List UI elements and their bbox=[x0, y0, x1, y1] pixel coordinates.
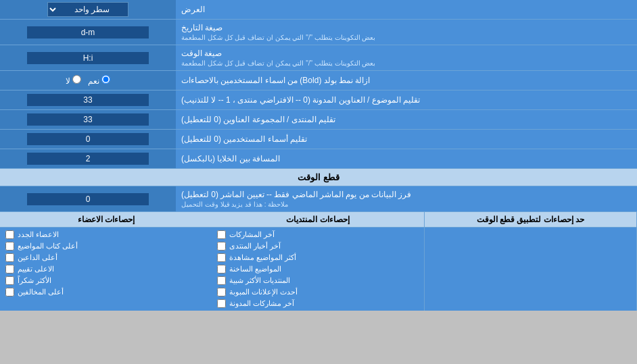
list-item: آخر أخبار المنتدى bbox=[212, 240, 423, 252]
list-item: آخر المشاركات bbox=[212, 229, 423, 240]
display-mode-label: العرض bbox=[176, 0, 637, 19]
date-format-label: صيغة التاريخ بعض التكوينات يتطلب "/" الت… bbox=[176, 20, 637, 45]
list-item: أعلى الداعين bbox=[0, 252, 212, 263]
trim-subject-field[interactable] bbox=[27, 94, 149, 106]
member-stats-col: الاعضاء الجدد أعلى كتاب المواضيع أعلى ال… bbox=[0, 228, 212, 311]
list-item: أعلى كتاب المواضيع bbox=[0, 240, 212, 252]
trim-subject-input-container bbox=[0, 90, 176, 109]
stats-limit-label: حد إحصاءات لتطبيق قطع الوقت bbox=[425, 212, 637, 227]
checkboxes-area: حد إحصاءات لتطبيق قطع الوقت إحصاءات المن… bbox=[0, 212, 637, 311]
list-item: المواضيع الساخنة bbox=[212, 263, 423, 275]
trim-usernames-row: تقليم أسماء المستخدمين (0 للتعطيل) bbox=[0, 130, 637, 149]
label-sub: بعض التكوينات يتطلب "/" التي يمكن ان تضا… bbox=[181, 34, 375, 41]
checkbox-most-similar[interactable] bbox=[217, 276, 226, 285]
checkbox-most-viewed[interactable] bbox=[217, 253, 226, 262]
time-format-row: صيغة الوقت بعض التكوينات يتطلب "/" التي … bbox=[0, 45, 637, 71]
date-format-row: صيغة التاريخ بعض التكوينات يتطلب "/" الت… bbox=[0, 20, 637, 45]
trim-subject-label: تقليم الموضوع / العناوين المدونة (0 -- ا… bbox=[176, 90, 637, 109]
cell-spacing-row: المسافة بين الخلايا (بالبكسل) bbox=[0, 149, 637, 169]
date-format-field[interactable] bbox=[27, 26, 149, 38]
label-main: صيغة التاريخ bbox=[181, 23, 222, 32]
checkbox-latest-ads[interactable] bbox=[217, 288, 226, 296]
time-format-label: صيغة الوقت بعض التكوينات يتطلب "/" التي … bbox=[176, 45, 637, 70]
label-text: تقليم الموضوع / العناوين المدونة (0 -- ا… bbox=[181, 95, 420, 105]
member-stats-header: إحصاءات الاعضاء bbox=[0, 212, 212, 227]
trim-forum-label: تقليم المنتدى / المجموعة العناوين (0 للت… bbox=[176, 110, 637, 129]
label-text: العرض bbox=[181, 5, 205, 14]
cell-spacing-field[interactable] bbox=[27, 153, 149, 165]
checkbox-headers: حد إحصاءات لتطبيق قطع الوقت إحصاءات المن… bbox=[0, 212, 637, 228]
date-format-input-container bbox=[0, 20, 176, 45]
list-item: الاعضاء الجدد bbox=[0, 229, 212, 240]
checkbox-top-inviters[interactable] bbox=[5, 253, 14, 262]
cutoff-days-label: فرز البيانات من يوم الماشر الماضي فقط --… bbox=[176, 186, 637, 211]
list-item: آخر مشاركات المدونة bbox=[212, 298, 423, 309]
checkbox-forum-news[interactable] bbox=[217, 242, 226, 251]
checkbox-hot-topics[interactable] bbox=[217, 265, 226, 274]
cutoff-days-field[interactable] bbox=[27, 193, 149, 205]
time-format-field[interactable] bbox=[27, 52, 149, 64]
checkbox-content: آخر المشاركات آخر أخبار المنتدى أكثر الم… bbox=[0, 228, 637, 311]
label-main: صيغة الوقت bbox=[181, 49, 222, 58]
label-text: ازالة نمط بولد (Bold) من اسماء المستخدمي… bbox=[181, 76, 370, 85]
radio-group: نعم لا bbox=[66, 75, 111, 86]
radio-yes[interactable] bbox=[101, 75, 110, 84]
list-item: أحدث الإعلانات المبوبة bbox=[212, 286, 423, 298]
forum-stats-header: إحصاءات المنتديات bbox=[212, 212, 424, 227]
time-format-input-container bbox=[0, 45, 176, 70]
trim-forum-row: تقليم المنتدى / المجموعة العناوين (0 للت… bbox=[0, 110, 637, 130]
trim-usernames-field[interactable] bbox=[27, 133, 149, 145]
list-item: الاعلى تقييم bbox=[0, 263, 212, 275]
remove-bold-input-container: نعم لا bbox=[0, 71, 176, 90]
radio-no[interactable] bbox=[72, 75, 81, 84]
label-text: تقليم المنتدى / المجموعة العناوين (0 للت… bbox=[181, 115, 335, 124]
label-text: تقليم أسماء المستخدمين (0 للتعطيل) bbox=[181, 134, 307, 144]
list-item: المنتديات الأكثر شبية bbox=[212, 275, 423, 286]
label-sub: بعض التكوينات يتطلب "/" التي يمكن ان تضا… bbox=[181, 59, 375, 67]
cutoff-days-row: فرز البيانات من يوم الماشر الماضي فقط --… bbox=[0, 186, 637, 212]
trim-usernames-input-container bbox=[0, 130, 176, 149]
empty-col bbox=[425, 228, 637, 311]
label-main: فرز البيانات من يوم الماشر الماضي فقط --… bbox=[181, 190, 411, 199]
checkbox-blog-posts[interactable] bbox=[217, 299, 226, 308]
checkbox-top-rated[interactable] bbox=[5, 265, 14, 274]
trim-usernames-label: تقليم أسماء المستخدمين (0 للتعطيل) bbox=[176, 130, 637, 149]
label-sub: ملاحظة : هذا قد يزيد قيلا وقت التحميل bbox=[181, 201, 288, 208]
trim-forum-input-container bbox=[0, 110, 176, 129]
radio-yes-label: نعم bbox=[88, 75, 110, 86]
list-item: الأكثر شكراً bbox=[0, 275, 212, 286]
display-mode-row: العرض سطر واحد bbox=[0, 0, 637, 20]
display-mode-input[interactable]: سطر واحد bbox=[0, 0, 176, 19]
section-title: قطع الوقت bbox=[298, 172, 339, 182]
radio-no-label: لا bbox=[66, 75, 81, 86]
cell-spacing-input-container bbox=[0, 149, 176, 168]
checkbox-last-posts[interactable] bbox=[217, 230, 226, 239]
checkbox-new-members[interactable] bbox=[5, 230, 14, 239]
display-mode-select[interactable]: سطر واحد bbox=[47, 2, 128, 17]
section-cutoff-header: قطع الوقت bbox=[0, 169, 637, 186]
trim-forum-field[interactable] bbox=[27, 113, 149, 126]
checkbox-top-violators[interactable] bbox=[5, 288, 14, 296]
remove-bold-label: ازالة نمط بولد (Bold) من اسماء المستخدمي… bbox=[176, 71, 637, 90]
list-item: أعلى المخالفين bbox=[0, 286, 212, 298]
checkbox-most-thanked[interactable] bbox=[5, 276, 14, 285]
cutoff-days-input-container bbox=[0, 186, 176, 211]
forum-stats-col: آخر المشاركات آخر أخبار المنتدى أكثر الم… bbox=[212, 228, 424, 311]
checkbox-top-posters[interactable] bbox=[5, 242, 14, 251]
list-item: أكثر المواضيع مشاهدة bbox=[212, 252, 423, 263]
remove-bold-row: ازالة نمط بولد (Bold) من اسماء المستخدمي… bbox=[0, 71, 637, 90]
trim-subject-row: تقليم الموضوع / العناوين المدونة (0 -- ا… bbox=[0, 90, 637, 110]
cell-spacing-label: المسافة بين الخلايا (بالبكسل) bbox=[176, 149, 637, 168]
label-text: المسافة بين الخلايا (بالبكسل) bbox=[181, 154, 280, 163]
